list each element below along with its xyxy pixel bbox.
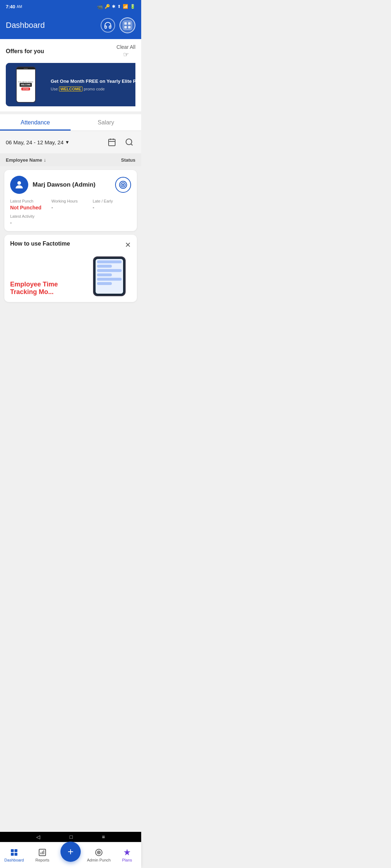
phone-screen-inner (96, 259, 123, 294)
tabs: Attendance Salary (0, 114, 141, 131)
person-icon (14, 179, 25, 190)
video-icon: 📹 (97, 4, 103, 9)
screen-row-5 (97, 278, 122, 281)
how-to-text: Employee Time Tracking Mo... (10, 281, 88, 296)
search-button[interactable] (123, 136, 135, 148)
employee-info: Marj Dawson (Admin) (10, 176, 96, 194)
employee-name-column-header: Employee Name ↓ (6, 157, 46, 163)
svg-point-9 (126, 139, 132, 145)
late-early-label: Late / Early (93, 199, 131, 203)
svg-rect-4 (128, 26, 131, 29)
how-to-content: Employee Time Tracking Mo... (10, 253, 131, 296)
screen-row-4 (97, 273, 112, 276)
svg-rect-3 (124, 26, 127, 29)
how-to-header: How to use Factotime ✕ (10, 241, 131, 249)
phone-mockup: FOR LIMITED PERIOD WELCOME OFFER (16, 67, 36, 103)
how-to-close-button[interactable]: ✕ (125, 241, 131, 249)
battery-icon: 🔋 (130, 4, 135, 9)
page-title: Dashboard (6, 21, 45, 30)
logo-icon (122, 20, 133, 30)
how-to-subtitle: Employee Time Tracking Mo... (10, 281, 88, 296)
working-hours-value: - (51, 205, 90, 210)
welcome-badge: WELCOME (20, 83, 32, 87)
working-hours-label: Working Hours (51, 199, 90, 203)
status-icons: 📹 🔑 ✱ ⬆ 📶 🔋 (97, 4, 135, 9)
screen-row-6 (97, 282, 112, 285)
late-early-stat: Late / Early - (93, 199, 131, 210)
offers-section: Offers for you Clear All ☞ FOR LIMITED P… (0, 39, 141, 111)
phone-image-area (88, 253, 131, 296)
signal-icon: ⬆ (117, 4, 121, 9)
working-hours-stat: Working Hours - (51, 199, 90, 210)
svg-rect-5 (109, 139, 115, 146)
phone-screen: FOR LIMITED PERIOD WELCOME OFFER (17, 69, 35, 102)
svg-point-11 (17, 181, 21, 185)
chevron-down-icon: ▾ (66, 139, 69, 145)
screen-row-2 (97, 265, 112, 268)
offer-text: Get One Month FREE on Yearly Elite Plan … (46, 74, 135, 95)
calendar-icon (108, 138, 116, 146)
headphone-icon (104, 21, 112, 29)
late-early-value: - (93, 205, 131, 210)
avatar (10, 176, 28, 194)
touch-icon (119, 180, 127, 189)
calendar-button[interactable] (106, 136, 118, 148)
bluetooth-icon: ✱ (112, 4, 115, 9)
filter-icons (106, 136, 135, 148)
offer-promo: Use WELCOME promo code (51, 87, 135, 91)
latest-activity-label: Latest Activity (10, 214, 131, 218)
filter-row: 06 May, 24 - 12 May, 24 ▾ (0, 131, 141, 153)
how-to-title: How to use Factotime (10, 241, 70, 247)
table-header: Employee Name ↓ Status (0, 153, 141, 166)
header-actions (101, 17, 135, 33)
content-area: Offers for you Clear All ☞ FOR LIMITED P… (0, 39, 141, 335)
offer-main-text: Get One Month FREE on Yearly Elite Plan (51, 78, 135, 85)
svg-line-10 (131, 144, 133, 145)
tab-attendance[interactable]: Attendance (0, 114, 71, 131)
logo-button[interactable] (119, 17, 135, 33)
activity-section: Latest Activity - (10, 214, 131, 225)
phone-illustration (93, 256, 126, 296)
svg-point-14 (122, 184, 124, 186)
svg-rect-1 (124, 22, 127, 25)
cursor-icon: ☞ (123, 51, 129, 59)
latest-activity-value: - (10, 220, 131, 225)
date-range-selector[interactable]: 06 May, 24 - 12 May, 24 ▾ (6, 139, 69, 145)
screen-row-3 (97, 269, 122, 272)
latest-punch-value: Not Punched (10, 205, 49, 210)
wifi-icon: 📶 (123, 4, 128, 9)
search-icon (125, 138, 134, 146)
punch-button[interactable] (115, 177, 131, 193)
latest-punch-stat: Latest Punch Not Punched (10, 199, 49, 210)
promo-code: WELCOME (59, 86, 83, 92)
screen-row-1 (97, 260, 122, 263)
latest-punch-label: Latest Punch (10, 199, 49, 203)
offers-cards: FOR LIMITED PERIOD WELCOME OFFER Get One… (6, 63, 135, 106)
status-bar: 7:40 AM 📹 🔑 ✱ ⬆ 📶 🔋 (0, 0, 141, 13)
tab-salary[interactable]: Salary (71, 114, 141, 131)
headphone-button[interactable] (101, 18, 115, 33)
employee-name: Marj Dawson (Admin) (33, 181, 96, 188)
key-icon: 🔑 (105, 4, 110, 9)
employee-stats: Latest Punch Not Punched Working Hours -… (10, 199, 131, 210)
header: Dashboard (0, 13, 141, 39)
how-to-card: How to use Factotime ✕ Employee Time Tra… (4, 235, 137, 302)
svg-rect-0 (123, 21, 132, 30)
svg-point-13 (121, 183, 125, 187)
offers-title: Offers for you (6, 48, 44, 55)
offer-badge: OFFER (21, 88, 30, 90)
svg-rect-2 (128, 22, 131, 25)
status-column-header: Status (121, 157, 135, 163)
employee-card[interactable]: Marj Dawson (Admin) Latest Punch Not Pun… (4, 170, 137, 231)
status-time: 7:40 (6, 4, 15, 9)
status-ampm: AM (17, 5, 22, 9)
offer-card-elite[interactable]: FOR LIMITED PERIOD WELCOME OFFER Get One… (6, 63, 135, 106)
employee-header: Marj Dawson (Admin) (10, 176, 131, 194)
sort-arrow-icon: ↓ (43, 157, 46, 163)
offers-header: Offers for you Clear All ☞ (6, 44, 135, 59)
offer-card-image: FOR LIMITED PERIOD WELCOME OFFER (6, 63, 46, 106)
date-range-label: 06 May, 24 - 12 May, 24 (6, 139, 64, 145)
clear-all-button[interactable]: Clear All (117, 44, 135, 50)
